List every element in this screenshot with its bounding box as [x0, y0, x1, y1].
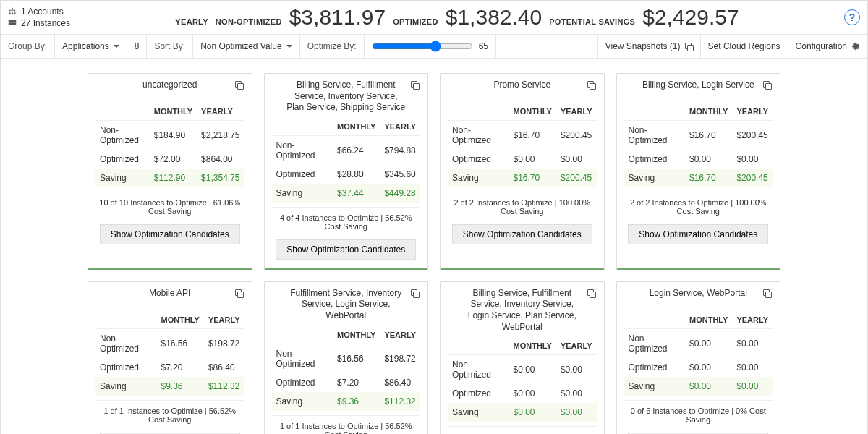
- copy-icon[interactable]: [587, 289, 595, 297]
- svg-rect-0: [9, 20, 17, 22]
- card-footer: 1 of 1 Instances to Optimize | 56.52% Co…: [272, 415, 421, 434]
- table-header-row: MONTHLY YEARLY: [624, 103, 773, 121]
- cell-value: $1,354.75: [197, 169, 244, 187]
- row-label: Saving: [624, 169, 686, 187]
- view-snapshots-label: View Snapshots (1): [605, 41, 681, 51]
- row-label: Saving: [448, 169, 509, 187]
- optimization-card: Mobile API MONTHLY YEARLY Non-Optimized …: [88, 281, 252, 434]
- optimized-row: Optimized $0.00 $0.00: [624, 150, 773, 169]
- non-optimized-value: $3,811.97: [289, 5, 386, 30]
- configuration-button[interactable]: Configuration: [788, 35, 867, 58]
- monthly-header: MONTHLY: [333, 118, 380, 136]
- group-by-dropdown[interactable]: Applications: [55, 35, 127, 58]
- sort-by-dropdown[interactable]: Non Optimized Value: [193, 35, 300, 58]
- cell-value: $37.44: [333, 184, 380, 203]
- cell-value: $0.00: [509, 150, 556, 169]
- table-header-row: MONTHLY YEARLY: [272, 326, 421, 344]
- group-by-label: Group By:: [8, 41, 47, 51]
- row-label: Saving: [95, 169, 150, 187]
- cell-value: $28.80: [333, 165, 380, 184]
- metrics-table: MONTHLY YEARLY Non-Optimized $0.00 $0.00…: [624, 311, 773, 396]
- cell-value: $0.00: [556, 403, 597, 422]
- cell-value: $0.00: [509, 355, 556, 385]
- copy-icon[interactable]: [411, 289, 419, 297]
- copy-icon[interactable]: [763, 81, 771, 89]
- copy-icon[interactable]: [235, 289, 243, 297]
- table-header-row: MONTHLY YEARLY: [272, 118, 421, 136]
- card-title: Billing Service, Login Service: [628, 80, 769, 91]
- view-snapshots-button[interactable]: View Snapshots (1): [597, 35, 701, 58]
- cell-value: $0.00: [685, 358, 732, 377]
- cell-value: $0.00: [509, 403, 556, 422]
- optimized-row: Optimized $0.00 $0.00: [448, 150, 597, 169]
- card-title: Billing Service, Fulfillment Service, In…: [448, 288, 597, 333]
- row-label: Optimized: [624, 150, 686, 169]
- saving-row: Saving $0.00 $0.00: [624, 377, 773, 396]
- copy-icon[interactable]: [411, 81, 419, 89]
- cell-value: $198.72: [380, 344, 420, 373]
- non-optimized-row: Non-Optimized $16.70 $200.45: [624, 121, 773, 150]
- show-candidates-button[interactable]: Show Optimization Candidates: [100, 224, 240, 244]
- copy-icon[interactable]: [763, 289, 771, 297]
- optimized-row: Optimized $28.80 $345.60: [272, 165, 421, 184]
- table-header-row: MONTHLY YEARLY: [448, 337, 597, 355]
- yearly-header: YEARLY: [732, 103, 773, 121]
- table-header-row: MONTHLY YEARLY: [95, 311, 244, 329]
- copy-icon[interactable]: [587, 81, 595, 89]
- optimized-row: Optimized $0.00 $0.00: [448, 384, 597, 403]
- yearly-header: YEARLY: [197, 103, 244, 121]
- savings-label: POTENTIAL SAVINGS: [549, 17, 635, 26]
- cell-value: $794.88: [380, 135, 420, 165]
- cell-value: $198.72: [204, 328, 244, 358]
- monthly-header: MONTHLY: [150, 103, 197, 121]
- cell-value: $16.56: [157, 328, 204, 358]
- group-count: 8: [135, 41, 140, 51]
- card-title: Promo Service: [479, 80, 565, 91]
- copy-icon[interactable]: [235, 81, 243, 89]
- summary-header: 1 Accounts 27 Instances YEARLY NON-OPTIM…: [1, 1, 867, 35]
- non-optimized-row: Non-Optimized $0.00 $0.00: [624, 328, 773, 358]
- accounts-text: 1 Accounts: [21, 7, 64, 17]
- cell-value: $86.40: [380, 373, 420, 392]
- cell-value: $16.56: [333, 344, 380, 373]
- cell-value: $0.00: [556, 355, 597, 385]
- sort-by-label: Sort By:: [154, 41, 185, 51]
- cell-value: $345.60: [380, 165, 420, 184]
- saving-row: Saving $16.70 $200.45: [448, 169, 597, 187]
- accounts-count: 1 Accounts: [8, 7, 70, 17]
- optimize-by-label: Optimize By:: [307, 41, 357, 51]
- optimized-row: Optimized $7.20 $86.40: [272, 373, 421, 392]
- show-candidates-button[interactable]: Show Optimization Candidates: [628, 224, 768, 244]
- slider-value: 65: [479, 41, 488, 51]
- cell-value: $864.00: [197, 150, 244, 169]
- optimization-card: Login Service, WebPortal MONTHLY YEARLY …: [616, 281, 781, 434]
- show-candidates-button[interactable]: Show Optimization Candidates: [452, 224, 592, 244]
- cell-value: $9.36: [333, 392, 380, 411]
- metrics-table: MONTHLY YEARLY Non-Optimized $0.00 $0.00…: [448, 337, 597, 422]
- group-by-value: Applications: [62, 41, 109, 51]
- optimization-card: Billing Service, Fulfillment Service, In…: [264, 73, 429, 270]
- yearly-header: YEARLY: [204, 311, 244, 329]
- cell-value: $0.00: [556, 384, 597, 403]
- optimization-card: Fulfillment Service, Inventory Service, …: [264, 281, 429, 434]
- row-label: Optimized: [448, 384, 509, 403]
- toolbar: Group By: Applications 8 Sort By: Non Op…: [1, 35, 867, 59]
- sitemap-icon: [8, 7, 17, 16]
- row-label: Optimized: [95, 150, 150, 169]
- row-label: Non-Optimized: [624, 121, 686, 150]
- card-title: Billing Service, Fulfillment Service, In…: [272, 80, 421, 114]
- set-regions-button[interactable]: Set Cloud Regions: [701, 35, 788, 58]
- card-title: uncategorized: [128, 80, 211, 91]
- cell-value: $0.00: [685, 328, 732, 358]
- card-title: Mobile API: [135, 288, 205, 299]
- saving-row: Saving $0.00 $0.00: [448, 403, 597, 422]
- optimized-label: OPTIMIZED: [393, 17, 438, 26]
- cell-value: $66.24: [333, 135, 380, 165]
- cell-value: $72.00: [150, 150, 197, 169]
- row-label: Optimized: [272, 373, 333, 392]
- optimize-by-slider[interactable]: [372, 41, 473, 52]
- help-button[interactable]: ?: [844, 9, 860, 25]
- cell-value: $0.00: [556, 150, 597, 169]
- show-candidates-button[interactable]: Show Optimization Candidates: [276, 239, 416, 260]
- cell-value: $0.00: [509, 384, 556, 403]
